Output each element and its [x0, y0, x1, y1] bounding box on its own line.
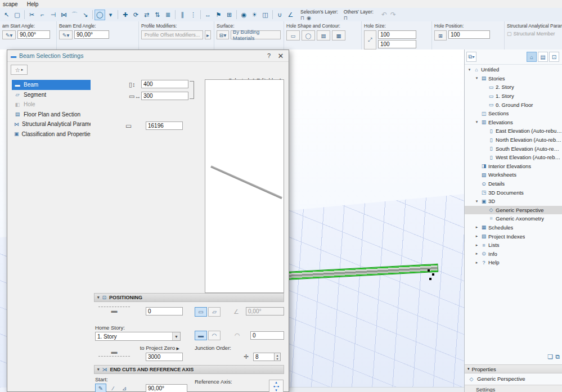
arc-tool-icon[interactable]: ◯: [95, 10, 105, 20]
favorites-button[interactable]: ☆▸: [11, 65, 28, 75]
double-slant-cut-toggle[interactable]: ⊿: [119, 384, 130, 392]
separator[interactable]: [24, 10, 25, 19]
tree-expand-arrow[interactable]: ▸: [474, 225, 479, 229]
undo-icon[interactable]: ↶: [381, 11, 387, 19]
beam-width-field[interactable]: [141, 92, 188, 100]
tree-item[interactable]: ▾ ⌂ Untitled: [465, 65, 562, 74]
tree-item[interactable]: ▯ East Elevation (Auto-rebuild Model): [465, 127, 562, 136]
project-chooser-icon[interactable]: ⧉▾: [466, 52, 476, 62]
multiply-icon[interactable]: ≣: [163, 10, 173, 20]
drag-icon[interactable]: ✚: [120, 10, 131, 20]
hole-rect-icon[interactable]: ▭: [286, 30, 300, 40]
positioning-section-header[interactable]: ▾ ⊡ POSITIONING: [94, 293, 284, 302]
hole-size-field-2[interactable]: [378, 40, 416, 48]
tree-item[interactable]: ◫ Sections: [465, 109, 562, 118]
beam-height-field[interactable]: [141, 80, 188, 88]
dialog-tab[interactable]: ▣ Classification and Properties: [12, 129, 91, 139]
junction-order-field[interactable]: [253, 353, 275, 361]
hole-circle-icon[interactable]: ◯: [302, 30, 315, 40]
distribute-icon[interactable]: ⋮: [188, 10, 199, 20]
elevation-arc-toggle[interactable]: ◠: [208, 331, 221, 340]
junction-order-spinner[interactable]: ▲▼: [253, 353, 281, 361]
selection-handle[interactable]: [428, 269, 430, 272]
separator[interactable]: [272, 10, 273, 19]
tree-item[interactable]: ▸ ⊙ Info: [465, 249, 562, 258]
tree-item[interactable]: ▸ ▨ Project Indexes: [465, 232, 562, 241]
hole-hatch-icon[interactable]: ▤: [317, 30, 330, 40]
vertical-cut-toggle[interactable]: ✎: [95, 384, 106, 392]
properties-settings-header[interactable]: Settings: [465, 385, 562, 392]
separator[interactable]: [175, 10, 176, 19]
dimension-icon[interactable]: ↔: [203, 10, 213, 20]
tree-item[interactable]: ⌗ Generic Axonometry: [465, 214, 562, 223]
hole-grid-icon[interactable]: ▦: [332, 30, 345, 40]
tree-item[interactable]: ▸ ? Help: [465, 258, 562, 267]
menu-item[interactable]: scape: [3, 1, 18, 7]
checkbox-icon[interactable]: ▢: [507, 31, 512, 37]
rotate-icon[interactable]: ⟳: [131, 10, 141, 20]
tree-item[interactable]: ▭ 1. Story: [465, 92, 562, 101]
arrow-tool-icon[interactable]: ↖: [1, 10, 12, 20]
tree-item[interactable]: ▾ ▥ Elevations: [465, 118, 562, 127]
surface-icon[interactable]: ⊟▾: [217, 30, 229, 39]
camera-icon[interactable]: ◉: [239, 10, 249, 20]
lock-icon[interactable]: ⊓: [344, 15, 348, 21]
reference-axis-selector[interactable]: ▲●–●▼: [269, 380, 284, 392]
tree-item[interactable]: ▯ North Elevation (Auto-rebuild Model): [465, 136, 562, 145]
redo-icon[interactable]: ↷: [390, 11, 396, 19]
help-button[interactable]: ?: [264, 52, 273, 59]
to-project-zero-label[interactable]: to Project Zero ▶: [109, 345, 179, 351]
selection-handle[interactable]: [432, 273, 434, 276]
tree-expand-arrow[interactable]: ▸: [474, 260, 479, 265]
pen-icon[interactable]: ✎▾: [59, 30, 73, 39]
tree-item[interactable]: ◳ 3D Documents: [465, 188, 562, 197]
flyout-arrow-icon[interactable]: ▶: [177, 346, 179, 350]
tree-item[interactable]: ▯ West Elevation (Auto-rebuild Model): [465, 153, 562, 162]
tree-item[interactable]: ◇ Generic Perspective: [465, 206, 562, 215]
spinner-arrows-icon[interactable]: ▲▼: [275, 353, 281, 361]
profile-offset-modifiers-button[interactable]: Profile Offset Modifiers...: [141, 30, 203, 39]
separator[interactable]: [92, 10, 93, 19]
beam-start-angle-field[interactable]: [17, 30, 50, 39]
tree-item[interactable]: ▭ 2. Story: [465, 83, 562, 92]
separator[interactable]: [200, 10, 201, 19]
tree-expand-arrow[interactable]: ▸: [474, 234, 479, 238]
hole-size-field-1[interactable]: [378, 30, 416, 39]
start-angle-field[interactable]: [146, 384, 187, 392]
proportions-link-icon[interactable]: [190, 81, 194, 99]
tree-expand-arrow[interactable]: ▾: [474, 199, 479, 204]
offset-field[interactable]: [146, 307, 183, 316]
align-icon[interactable]: ∥: [177, 10, 188, 20]
menu-item[interactable]: Help: [27, 1, 39, 7]
tree-item[interactable]: ▸ ≡ Lists: [465, 241, 562, 250]
beam-inclined-toggle[interactable]: ▱: [208, 307, 221, 317]
dropdown-arrow-icon[interactable]: ▾: [105, 10, 116, 20]
organizer-icon[interactable]: ⧉: [555, 353, 560, 361]
elevation-top-toggle[interactable]: ▬: [195, 331, 207, 340]
guide-angle-icon[interactable]: ∠: [285, 10, 296, 20]
separator[interactable]: [118, 10, 118, 19]
view-map-tab-icon[interactable]: ▤: [538, 52, 548, 62]
properties-header[interactable]: ▾ Properties: [465, 364, 562, 373]
tree-item[interactable]: ▸ ▦ Schedules: [465, 223, 562, 232]
dialog-tab[interactable]: ▤ Floor Plan and Section: [12, 110, 91, 120]
tree-expand-arrow[interactable]: ▸: [474, 243, 479, 247]
pen-icon[interactable]: ✎▾: [2, 30, 16, 39]
properties-item[interactable]: ◇ Generic Perspective: [465, 375, 562, 383]
scissors-icon[interactable]: ✂: [26, 10, 37, 20]
tree-expand-arrow[interactable]: ▾: [467, 67, 472, 72]
snap-icon[interactable]: ∪: [275, 10, 285, 20]
tree-expand-arrow[interactable]: ▸: [474, 251, 479, 256]
dialog-tab[interactable]: ◧ Hole: [12, 100, 91, 110]
layout-book-tab-icon[interactable]: ⊡: [549, 52, 559, 62]
separator[interactable]: [236, 10, 237, 19]
lock-icon[interactable]: ⊓: [300, 15, 304, 21]
project-map-tab-icon[interactable]: ⌂: [527, 52, 537, 62]
project-zero-field[interactable]: [146, 353, 183, 361]
3d-view-icon[interactable]: ◫: [260, 10, 271, 20]
flyout-arrow-icon[interactable]: ▸: [205, 30, 211, 39]
marquee-tool-icon[interactable]: ▢: [12, 10, 23, 20]
beam-length-field[interactable]: [146, 121, 183, 130]
selection-handle[interactable]: [429, 278, 431, 280]
surface-value-button[interactable]: By Building Materials: [231, 30, 281, 39]
